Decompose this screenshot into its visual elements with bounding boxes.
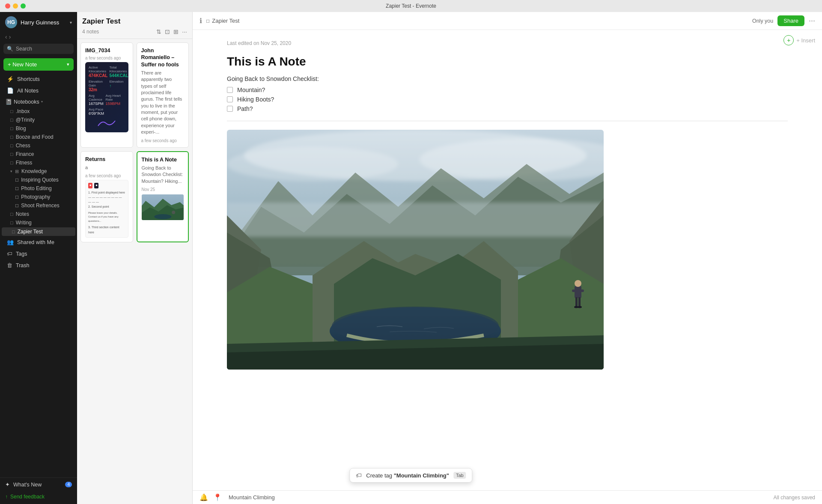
sidebar-nb-finance[interactable]: □ Finance	[0, 150, 77, 158]
sidebar-nb-notes[interactable]: □ Notes	[0, 210, 77, 218]
sidebar-nb-blog[interactable]: □ Blog	[0, 124, 77, 133]
notebook-icon: □	[10, 212, 13, 217]
nb-shoot-label: Shoot Refrences	[21, 203, 59, 209]
sidebar-item-shared[interactable]: 👥 Shared with Me	[2, 237, 75, 248]
sidebar-nb-writing[interactable]: □ Writing	[0, 218, 77, 227]
notebook-icon: ⊞	[15, 169, 19, 174]
checkbox-path[interactable]	[227, 106, 233, 112]
nb-zapier-label: Zapier Test	[18, 229, 43, 235]
more-options-icon[interactable]: ···	[809, 16, 815, 25]
sort-icon[interactable]: ⇅	[156, 28, 161, 35]
notebook-icon: □	[10, 126, 13, 131]
all-changes-saved: All changes saved	[774, 495, 815, 501]
notebook-icon: □	[10, 134, 13, 140]
breadcrumb: □ Zapier Test	[206, 18, 239, 24]
bell-icon[interactable]: 🔔	[200, 493, 208, 501]
sidebar-nb-photography[interactable]: □ Photography	[0, 193, 77, 201]
sidebar-nb-trinity[interactable]: □ @Trinity	[0, 116, 77, 124]
sidebar-item-shortcuts[interactable]: ⚡ Shortcuts	[2, 74, 75, 84]
nb-fitness-label: Fitness	[16, 160, 33, 166]
sidebar-nb-zapier[interactable]: □ Zapier Test	[2, 227, 75, 236]
note-card-img7034[interactable]: IMG_7034 a few seconds ago Active Kiloca…	[80, 42, 133, 148]
sidebar-item-notebooks[interactable]: 📓 Notebooks ▾	[2, 97, 75, 107]
send-feedback-label: Send feedback	[10, 494, 45, 500]
note-card-title: IMG_7034	[85, 47, 128, 54]
note-card-preview: Going Back to Snowdon Checklist: Mountai…	[142, 165, 184, 185]
all-notes-icon: 📄	[7, 87, 14, 94]
notebook-icon: □	[10, 109, 13, 114]
checkbox-boots[interactable]	[227, 96, 233, 102]
sidebar-nb-knowledge[interactable]: ▾ ⊞ Knowledge	[0, 167, 77, 176]
search-box[interactable]: 🔍 Search	[3, 44, 74, 54]
nb-chess-label: Chess	[16, 143, 30, 149]
info-icon[interactable]: ℹ	[200, 17, 202, 25]
nb-inbox-label: .Inbox	[16, 108, 30, 114]
note-title[interactable]: This is A Note	[227, 55, 788, 69]
checkbox-mountain[interactable]	[227, 87, 233, 93]
share-button[interactable]: Share	[777, 15, 804, 26]
location-icon[interactable]: 📍	[213, 493, 222, 501]
trash-icon: 🗑	[7, 262, 12, 268]
note-editor[interactable]: + + Insert Last edited on Nov 25, 2020 T…	[193, 30, 822, 490]
tag-suggestion-tooltip[interactable]: 🏷 Create tag "Mountain Climbing" Tab	[349, 468, 472, 483]
sidebar-item-trash[interactable]: 🗑 Trash	[2, 260, 75, 271]
send-feedback-icon: ↑	[5, 494, 8, 500]
notes-panel-header: Zapier Test 4 notes ⇅ ⊡ ⊞ ···	[77, 12, 192, 39]
notebook-icon: □	[12, 229, 15, 234]
grid-icon[interactable]: ⊞	[173, 28, 179, 35]
mountain-image	[227, 130, 604, 370]
maximize-button[interactable]	[21, 3, 26, 9]
sidebar-item-all-notes[interactable]: 📄 All Notes	[2, 85, 75, 96]
sidebar-item-tags[interactable]: 🏷 Tags	[2, 248, 75, 259]
note-card-this-is-a-note[interactable]: This is A Note Going Back to Snowdon Che…	[137, 151, 189, 242]
whats-new-item[interactable]: ✦ What's New 4	[0, 478, 77, 491]
more-notes-icon[interactable]: ···	[182, 28, 187, 35]
nb-finance-label: Finance	[16, 151, 34, 157]
back-icon[interactable]: ‹	[5, 33, 7, 40]
sidebar-nb-photo-editing[interactable]: □ Photo Editing	[0, 184, 77, 193]
new-note-button[interactable]: + New Note ▾	[3, 58, 74, 71]
close-button[interactable]	[5, 3, 10, 9]
shortcuts-icon: ⚡	[7, 76, 14, 82]
sidebar-nb-shoot[interactable]: □ Shoot Refrences	[0, 201, 77, 210]
filter-icon[interactable]: ⊡	[165, 28, 170, 35]
insert-label[interactable]: + Insert	[796, 37, 815, 44]
insert-area: + + Insert	[783, 35, 815, 45]
notebook-icon: □	[10, 143, 13, 148]
knowledge-expand-icon: ▾	[10, 169, 12, 173]
nb-knowledge-label: Knowledge	[21, 168, 47, 174]
bottom-bar: 🔔 📍 All changes saved	[193, 490, 822, 504]
toolbar-right: Only you Share ···	[752, 15, 815, 26]
note-card-title: John Romaniello – Suffer no fools	[141, 47, 185, 68]
note-card-time: a few seconds ago	[141, 138, 185, 143]
send-feedback-item[interactable]: ↑ Send feedback	[0, 491, 77, 504]
sidebar-nb-chess[interactable]: □ Chess	[0, 141, 77, 150]
notebook-icon: □	[10, 117, 13, 122]
checklist-item-path[interactable]: Path?	[227, 105, 788, 112]
minimize-button[interactable]	[13, 3, 18, 9]
note-card-preview: There are apparently two types of self p…	[141, 70, 185, 136]
tag-input[interactable]	[226, 493, 769, 501]
whats-new-badge: 4	[65, 482, 72, 487]
checklist-item-mountain[interactable]: Mountain?	[227, 86, 788, 93]
forward-icon[interactable]: ›	[9, 33, 11, 40]
main-content: ℹ □ Zapier Test Only you Share ··· + + I…	[193, 12, 822, 504]
tags-label: Tags	[16, 251, 27, 257]
window-title: Zapier Test - Evernote	[386, 3, 436, 9]
note-card-returns[interactable]: Returns a a few seconds ago ■ ■ 1. First…	[80, 151, 133, 242]
note-card-john[interactable]: John Romaniello – Suffer no fools There …	[137, 42, 189, 148]
sidebar-nb-fitness[interactable]: □ Fitness	[0, 158, 77, 167]
checklist-item-boots[interactable]: Hiking Boots?	[227, 96, 788, 103]
tag-icon: 🏷	[356, 472, 362, 479]
insert-plus-icon[interactable]: +	[783, 35, 794, 45]
search-label: Search	[16, 46, 32, 52]
notes-count: 4 notes	[82, 29, 99, 35]
notes-panel: Zapier Test 4 notes ⇅ ⊡ ⊞ ··· IMG_7034 a…	[77, 12, 193, 504]
sidebar-nb-booze[interactable]: □ Booze and Food	[0, 133, 77, 141]
sidebar-nb-inspiring[interactable]: □ Inspiring Quotes	[0, 176, 77, 184]
note-card-title: This is A Note	[142, 156, 184, 163]
user-profile[interactable]: HG Harry Guinness ▾	[0, 12, 77, 33]
nb-trinity-label: @Trinity	[16, 117, 35, 123]
checklist-text-boots: Hiking Boots?	[237, 96, 274, 103]
sidebar-nb-inbox[interactable]: □ .Inbox	[0, 107, 77, 116]
